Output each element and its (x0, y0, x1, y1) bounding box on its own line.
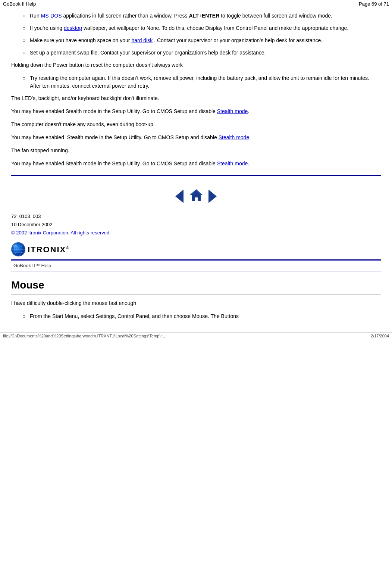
footer-info: 72_0103_003 10 December 2002 © 2002 Itro… (11, 212, 381, 237)
ms-dos-link[interactable]: MS-DOS (41, 13, 62, 19)
bottom-bar: file://C:\Documents%20and%20Settings\har… (0, 332, 392, 339)
main-content: Run MS-DOS applications in full screen r… (0, 8, 392, 328)
list-item: If you’re using desktop wallpaper, set w… (22, 24, 381, 32)
file-path: file://C:\Documents%20and%20Settings\har… (3, 334, 166, 338)
app-title: GoBook II Help (3, 1, 36, 7)
nav-back-button[interactable] (175, 190, 185, 203)
top-bar: GoBook II Help Page 69 of 71 (0, 0, 392, 8)
copyright-link-wrapper: © 2002 Itronix Corporation. All rights r… (11, 229, 381, 237)
nav-icons (11, 188, 381, 205)
bottom-date: 2/17/2004 (371, 334, 389, 338)
divider-thick (11, 175, 381, 176)
copyright-link[interactable]: © 2002 Itronix Corporation. All rights r… (11, 230, 111, 236)
para-stealth1: You may have enabled Stealth mode in the… (11, 107, 381, 115)
para-led: The LED's, backlight, and/or keyboard ba… (11, 94, 381, 102)
list-item: Set up a permanent swap file. Contact yo… (22, 49, 381, 57)
itronix-logo: ITRONIX® (11, 242, 381, 256)
hard-disk-link[interactable]: hard disk (131, 37, 153, 43)
para-fan: The fan stopped running. (11, 147, 381, 155)
page-info: Page 69 of 71 (359, 1, 389, 7)
para-power: Holding down the Power button to reset t… (11, 61, 381, 69)
stealth-mode-link-2[interactable]: Stealth mode (219, 134, 250, 140)
stealth-mode-link-3[interactable]: Stealth mode (217, 160, 248, 166)
bullet-list-2: Try resetting the computer again. If thi… (22, 74, 381, 90)
para-stealth3: You may have enabled Stealth mode in the… (11, 160, 381, 168)
desktop-link[interactable]: desktop (64, 25, 82, 31)
para-stealth2: You may have enabled Stealth mode in the… (11, 134, 381, 141)
gobook-bar: GoBook II™ Help (11, 259, 381, 271)
stealth-mode-link-1[interactable]: Stealth mode (217, 108, 248, 114)
itronix-globe-icon (11, 242, 25, 256)
mouse-heading: Mouse (11, 277, 381, 295)
list-item: Try resetting the computer again. If thi… (22, 74, 381, 90)
divider-thin (11, 180, 381, 180)
nav-home-button[interactable] (189, 188, 204, 205)
nav-forward-button[interactable] (207, 190, 217, 203)
list-item: From the Start Menu, select Settings, Co… (22, 312, 381, 320)
mouse-para: I have difficulty double-clicking the mo… (11, 299, 381, 307)
list-item: Run MS-DOS applications in full screen r… (22, 12, 381, 20)
para-sound: The computer doesn't make any sounds, ev… (11, 121, 381, 128)
doc-id: 72_0103_003 (11, 212, 381, 221)
mouse-bullet-list: From the Start Menu, select Settings, Co… (22, 312, 381, 320)
bullet-list-1: Run MS-DOS applications in full screen r… (22, 12, 381, 57)
itronix-brand-name: ITRONIX® (28, 243, 70, 256)
doc-date: 10 December 2002 (11, 221, 381, 229)
list-item: Make sure you have enough space on your … (22, 37, 381, 44)
